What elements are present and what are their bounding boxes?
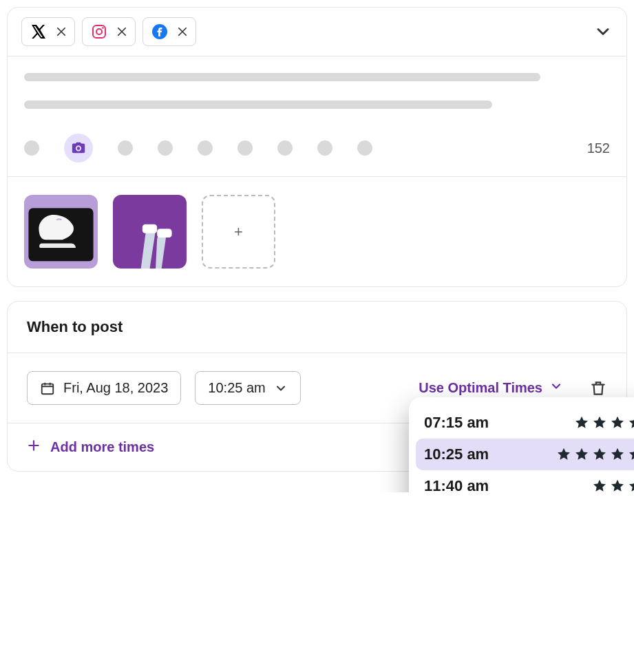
optimal-time-rating [592,479,634,492]
content-placeholder-line [24,101,492,109]
channel-chip-x[interactable] [21,17,75,46]
use-optimal-times-button[interactable]: Use Optimal Times [419,379,563,397]
svg-rect-9 [42,384,54,394]
optimal-times-popover: 07:15 am10:25 am11:40 am1:27 pm3:56 pm4:… [409,397,634,492]
composer-channels-bar [8,8,626,56]
date-picker[interactable]: Fri, Aug 18, 2023 [27,371,181,405]
schedule-heading: When to post [27,318,607,336]
expand-channels-button[interactable] [593,22,613,41]
x-icon [29,22,48,41]
optimal-time-option[interactable]: 10:25 am [416,439,634,470]
media-thumbnail[interactable] [113,195,187,269]
camera-tool-button[interactable] [64,134,93,162]
chevron-down-icon [549,379,563,397]
svg-point-1 [96,29,102,34]
schedule-header: When to post [8,302,626,353]
media-attachments-row: + [8,177,626,286]
remove-instagram-channel[interactable] [116,25,128,38]
svg-point-2 [102,27,104,29]
calendar-icon [40,381,55,396]
content-placeholder-line [24,73,540,81]
channels-list [21,17,196,46]
composer-tools-row: 152 [24,128,610,162]
date-value: Fri, Aug 18, 2023 [63,380,168,396]
optimal-time-label: 10:25 am [424,445,489,463]
media-thumbnail[interactable] [24,195,98,269]
channel-chip-facebook[interactable] [142,17,196,46]
composer-card: 152 + [7,7,627,287]
optimal-time-rating [556,447,634,462]
character-count: 152 [587,140,610,156]
add-more-times-label: Add more times [50,439,154,455]
plus-icon [27,439,41,456]
optimal-time-option[interactable]: 11:40 am [409,470,634,492]
optimal-time-option[interactable]: 07:15 am [409,407,634,439]
channel-chip-instagram[interactable] [82,17,136,46]
composer-tool-buttons [24,134,372,162]
svg-rect-7 [142,224,157,233]
schedule-card: When to post Fri, Aug 18, 2023 10:25 am … [7,301,627,472]
tool-placeholder[interactable] [158,140,173,156]
add-media-button[interactable]: + [202,195,275,269]
svg-rect-8 [157,229,171,238]
remove-x-channel[interactable] [55,25,67,38]
optimal-time-label: 11:40 am [424,477,489,492]
tool-placeholder[interactable] [357,140,372,156]
chevron-down-icon [274,381,288,395]
plus-icon: + [234,223,243,241]
tool-placeholder[interactable] [198,140,213,156]
tool-placeholder[interactable] [277,140,293,156]
time-value: 10:25 am [208,380,265,396]
facebook-icon [150,22,169,41]
instagram-icon [89,22,109,41]
optimal-time-rating [574,415,634,430]
tool-placeholder[interactable] [118,140,133,156]
use-optimal-times-label: Use Optimal Times [419,380,542,396]
tool-placeholder[interactable] [237,140,253,156]
schedule-controls: Fri, Aug 18, 2023 10:25 am Use Optimal T… [8,353,626,423]
delete-schedule-button[interactable] [589,379,607,397]
time-picker[interactable]: 10:25 am [195,371,300,405]
optimal-time-label: 07:15 am [424,414,489,432]
tool-placeholder[interactable] [317,140,332,156]
remove-facebook-channel[interactable] [176,25,189,38]
tool-placeholder[interactable] [24,140,39,156]
composer-body: 152 [8,56,626,177]
